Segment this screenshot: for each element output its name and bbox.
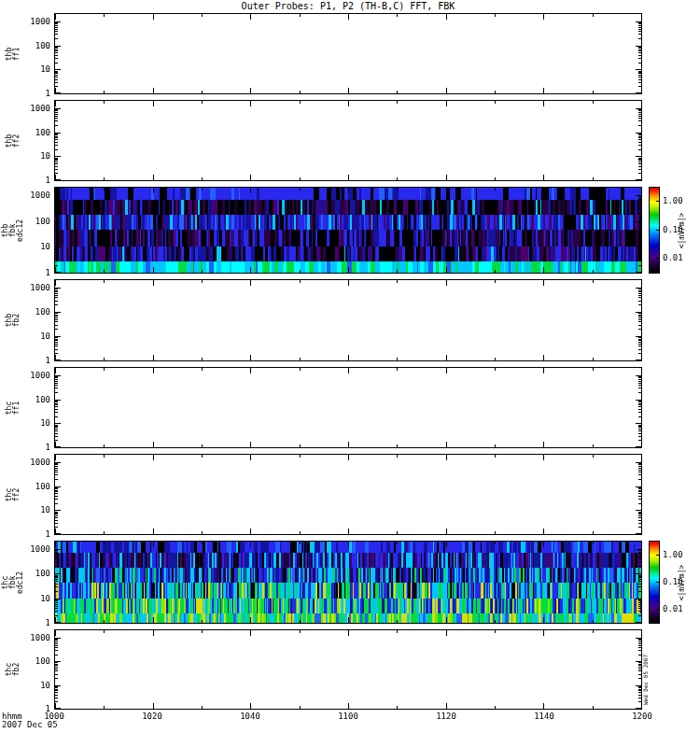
y-minor-tick xyxy=(55,381,58,382)
y-minor-tick xyxy=(638,52,641,53)
x-minor-tick xyxy=(202,91,203,93)
y-minor-tick xyxy=(638,392,641,393)
y-minor-tick xyxy=(638,317,641,318)
y-minor-tick xyxy=(55,575,58,576)
y-minor-tick xyxy=(55,297,58,298)
y-minor-tick xyxy=(638,463,641,464)
y-minor-tick xyxy=(638,686,641,687)
x-minor-tick xyxy=(202,368,203,371)
y-minor-tick xyxy=(55,319,58,320)
y-minor-tick xyxy=(55,412,58,413)
x-major-tick xyxy=(250,355,251,360)
panel-y-label-thb-ff2: thb ff2 xyxy=(6,134,21,147)
x-major-tick xyxy=(250,529,251,534)
colorbar-tick-label: 0.01 xyxy=(663,254,683,262)
y-minor-tick xyxy=(55,227,58,228)
x-major-tick xyxy=(641,101,642,106)
x-major-tick xyxy=(55,14,56,20)
x-minor-tick xyxy=(593,444,594,447)
y-minor-tick xyxy=(55,576,58,577)
x-major-tick xyxy=(348,630,349,636)
y-minor-tick xyxy=(638,664,641,665)
y-minor-tick xyxy=(55,490,58,491)
x-major-tick xyxy=(250,280,251,286)
y-minor-tick xyxy=(55,488,58,489)
y-minor-tick xyxy=(638,337,641,338)
y-minor-tick xyxy=(55,402,58,402)
y-minor-tick xyxy=(55,464,58,465)
y-minor-tick xyxy=(55,198,58,199)
y-minor-tick xyxy=(55,427,58,428)
y-minor-tick xyxy=(638,158,641,159)
y-minor-tick xyxy=(55,114,58,115)
x-minor-tick xyxy=(397,368,398,371)
x-minor-tick xyxy=(495,188,496,190)
y-tick-label: 10 xyxy=(11,419,50,428)
y-minor-tick xyxy=(638,160,641,161)
x-minor-tick xyxy=(202,620,203,623)
y-tick-label: 1 xyxy=(11,90,50,98)
x-minor-tick xyxy=(300,542,301,544)
y-minor-tick xyxy=(638,427,641,428)
y-minor-tick xyxy=(55,205,58,206)
y-minor-tick xyxy=(638,201,641,202)
x-major-tick xyxy=(641,455,642,460)
x-minor-tick xyxy=(593,188,594,190)
y-tick-label: 10 xyxy=(11,65,50,74)
y-minor-tick xyxy=(638,116,641,117)
y-minor-tick xyxy=(638,196,641,197)
y-minor-tick xyxy=(55,139,58,140)
y-minor-tick xyxy=(55,468,58,469)
y-minor-tick xyxy=(55,349,58,350)
x-tick-label: 1140 xyxy=(521,712,567,721)
y-minor-tick xyxy=(55,293,58,294)
y-minor-tick xyxy=(55,430,58,431)
y-minor-tick xyxy=(55,440,58,441)
x-major-tick xyxy=(348,280,349,286)
y-minor-tick xyxy=(55,383,58,384)
y-minor-tick xyxy=(55,604,58,605)
y-minor-tick xyxy=(55,315,58,316)
x-major-tick xyxy=(641,175,642,180)
x-minor-tick xyxy=(397,630,398,633)
y-minor-tick xyxy=(638,290,641,291)
y-minor-tick xyxy=(638,515,641,516)
x-minor-tick xyxy=(104,444,105,447)
y-minor-tick xyxy=(638,558,641,559)
colorbar-tick xyxy=(656,230,659,231)
y-minor-tick xyxy=(638,304,641,305)
y-minor-tick xyxy=(55,409,58,410)
x-major-tick xyxy=(446,267,447,273)
x-minor-tick xyxy=(300,177,301,180)
y-minor-tick xyxy=(55,392,58,393)
y-minor-tick xyxy=(638,600,641,601)
y-minor-tick xyxy=(55,670,58,671)
y-minor-tick xyxy=(638,550,641,551)
y-minor-tick xyxy=(55,655,58,655)
x-minor-tick xyxy=(202,270,203,273)
y-minor-tick xyxy=(55,496,58,497)
x-major-tick xyxy=(348,455,349,460)
y-minor-tick xyxy=(638,433,641,434)
y-minor-tick xyxy=(55,162,58,162)
y-minor-tick xyxy=(55,137,58,138)
x-major-tick xyxy=(250,703,251,709)
y-major-tick xyxy=(636,247,641,247)
y-minor-tick xyxy=(55,136,58,137)
x-major-tick xyxy=(55,368,56,374)
y-minor-tick xyxy=(638,75,641,76)
panel-y-label-thc-fb2: thc fb2 xyxy=(6,663,21,676)
x-major-tick xyxy=(348,88,349,93)
x-major-tick xyxy=(446,280,447,286)
y-minor-tick xyxy=(638,523,641,524)
y-minor-tick xyxy=(638,173,641,174)
y-minor-tick xyxy=(55,229,58,230)
y-minor-tick xyxy=(638,208,641,209)
y-minor-tick xyxy=(638,429,641,430)
y-tick-label: 10 xyxy=(11,506,50,514)
y-minor-tick xyxy=(55,650,58,651)
y-major-tick xyxy=(636,69,641,70)
y-minor-tick xyxy=(55,232,58,233)
x-minor-tick xyxy=(397,14,398,17)
y-minor-tick xyxy=(638,248,641,249)
